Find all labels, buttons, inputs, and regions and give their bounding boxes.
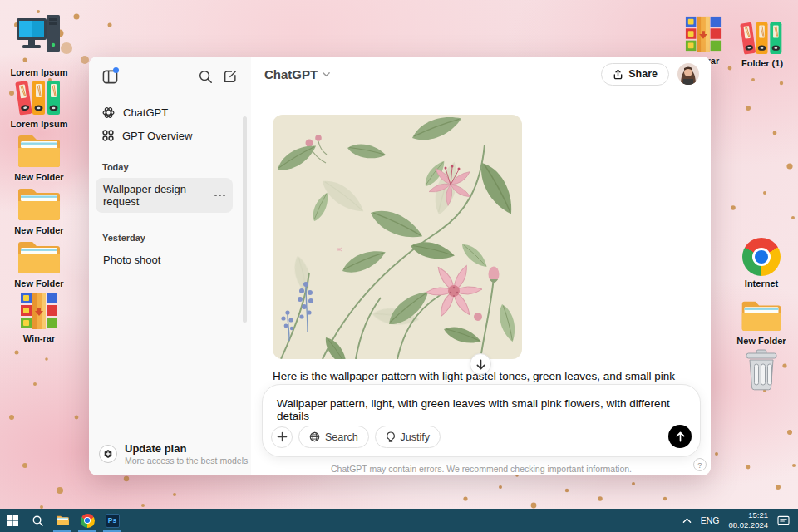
sidebar-toolbar xyxy=(89,57,251,94)
sidebar-toggle-icon[interactable] xyxy=(101,67,119,86)
update-plan-button[interactable]: Update plan More access to the best mode… xyxy=(99,442,248,466)
desktop-icon-label: New Folder xyxy=(14,172,63,182)
winrar-icon xyxy=(684,15,722,53)
folder-icon xyxy=(739,298,784,333)
prompt-input-container: Wallpaper pattern, light, with green lea… xyxy=(262,384,701,457)
desktop-icon-label: New Folder xyxy=(14,225,63,235)
folder-icon xyxy=(56,515,70,526)
share-icon xyxy=(613,69,623,80)
disclaimer-text: ChatGPT may contain errors. We recommend… xyxy=(262,464,701,474)
chat-options-icon[interactable] xyxy=(214,195,225,197)
scroll-to-bottom-button[interactable] xyxy=(470,353,491,375)
folder-icon xyxy=(15,185,63,223)
system-tray: ENG 15:21 08.02.2024 xyxy=(682,510,798,530)
model-selector[interactable]: ChatGPT xyxy=(264,67,331,81)
search-tool-button[interactable]: Search xyxy=(298,426,369,448)
chat-main: ChatGPT Share xyxy=(251,57,711,475)
sidebar-scrollbar[interactable] xyxy=(243,116,247,323)
taskbar-search-button[interactable] xyxy=(25,509,50,532)
chat-title: Photo shoot xyxy=(103,254,160,266)
desktop-icon-folder-1[interactable]: New Folder xyxy=(3,131,75,182)
language-indicator[interactable]: ENG xyxy=(701,515,720,525)
sidebar-item-label: GPT Overview xyxy=(122,130,192,142)
share-button[interactable]: Share xyxy=(601,63,669,86)
desktop-icon-binders[interactable]: Lorem Ipsum xyxy=(3,78,75,129)
computer-icon xyxy=(15,13,63,65)
taskbar-photoshop-button[interactable]: Ps xyxy=(100,509,125,532)
desktop-icon-winrar[interactable]: Win-rar xyxy=(3,291,75,343)
upgrade-icon xyxy=(99,445,117,463)
chat-history-item[interactable]: Photo shoot xyxy=(96,249,244,271)
search-icon[interactable] xyxy=(196,67,214,86)
desktop-icon-label: Folder (1) xyxy=(741,58,783,68)
desktop-icon-label: Win-rar xyxy=(23,333,55,343)
folder-icon xyxy=(15,131,63,170)
section-header-today: Today xyxy=(89,147,251,178)
model-name: ChatGPT xyxy=(264,67,318,81)
share-label: Share xyxy=(628,68,658,80)
desktop: Lorem Ipsum Lorem Ipsum New Folder New F… xyxy=(0,0,798,532)
chatgpt-logo xyxy=(101,106,116,120)
help-button[interactable]: ? xyxy=(693,458,707,471)
avatar[interactable] xyxy=(677,63,699,85)
desktop-icon-folder-2[interactable]: New Folder xyxy=(3,185,75,235)
prompt-input[interactable]: Wallpaper pattern, light, with green lea… xyxy=(263,385,700,422)
taskbar: Ps ENG 15:21 08.02.2024 xyxy=(0,509,798,532)
desktop-icon-label: Internet xyxy=(745,278,778,288)
sidebar: ChatGPT GPT Overview Today Wallpaper des… xyxy=(89,57,251,475)
chatgpt-window: ChatGPT GPT Overview Today Wallpaper des… xyxy=(89,57,711,475)
search-tool-label: Search xyxy=(325,431,358,443)
sidebar-item-label: ChatGPT xyxy=(123,106,168,119)
input-toolbar: Search Justify xyxy=(271,426,441,448)
taskbar-chrome-button[interactable] xyxy=(75,509,100,532)
photoshop-icon: Ps xyxy=(106,514,120,528)
taskbar-explorer-button[interactable] xyxy=(50,509,75,532)
time: 15:21 xyxy=(728,510,768,520)
binders-icon xyxy=(739,20,786,56)
tray-chevron-icon[interactable] xyxy=(682,517,692,524)
grid-dots-icon xyxy=(101,129,115,142)
binders-icon xyxy=(14,78,64,116)
chat-header: ChatGPT Share xyxy=(251,57,711,91)
new-chat-icon[interactable] xyxy=(221,67,239,86)
sidebar-nav: ChatGPT GPT Overview xyxy=(89,94,251,147)
taskbar-clock[interactable]: 15:21 08.02.2024 xyxy=(728,510,768,530)
plus-icon xyxy=(277,431,288,442)
sidebar-item-chatgpt[interactable]: ChatGPT xyxy=(96,101,244,124)
winrar-icon xyxy=(19,291,59,331)
desktop-icon-label: Lorem Ipsum xyxy=(10,119,67,129)
notification-dot xyxy=(113,67,119,73)
arrow-down-icon xyxy=(475,359,486,370)
section-header-yesterday: Yesterday xyxy=(89,213,251,249)
trash-icon xyxy=(742,349,781,391)
lightbulb-icon xyxy=(386,431,396,443)
justify-tool-button[interactable]: Justify xyxy=(375,426,441,448)
desktop-icon-folder-right[interactable]: New Folder xyxy=(726,298,797,346)
desktop-icon-internet[interactable]: Internet xyxy=(726,238,797,288)
desktop-icon-computer[interactable]: Lorem Ipsum xyxy=(3,13,75,77)
search-icon xyxy=(32,515,44,527)
notification-center-icon[interactable] xyxy=(777,515,790,526)
globe-icon xyxy=(309,431,320,442)
chat-history-item-selected[interactable]: Wallpaper design request xyxy=(96,178,233,213)
desktop-icon-folder-3[interactable]: New Folder xyxy=(3,238,75,288)
folder-icon xyxy=(15,238,63,276)
send-button[interactable] xyxy=(668,425,692,448)
desktop-icon-trash[interactable] xyxy=(726,349,797,391)
update-plan-subtitle: More access to the best models xyxy=(125,456,248,466)
start-button[interactable] xyxy=(0,509,25,532)
sidebar-item-gpt-overview[interactable]: GPT Overview xyxy=(96,124,244,147)
chevron-down-icon xyxy=(322,70,331,79)
date: 08.02.2024 xyxy=(728,520,768,530)
chat-title: Wallpaper design request xyxy=(103,183,214,208)
chrome-icon xyxy=(81,514,95,528)
generated-image[interactable] xyxy=(273,115,522,359)
justify-tool-label: Justify xyxy=(401,431,430,443)
arrow-up-icon xyxy=(675,431,686,442)
attach-button[interactable] xyxy=(271,426,293,448)
windows-logo-icon xyxy=(7,515,18,526)
desktop-icon-label: Lorem Ipsum xyxy=(10,67,67,77)
desktop-icon-folder1-binders[interactable]: Folder (1) xyxy=(727,20,798,68)
desktop-icon-label: New Folder xyxy=(736,336,786,346)
desktop-icon-label: New Folder xyxy=(14,278,63,288)
